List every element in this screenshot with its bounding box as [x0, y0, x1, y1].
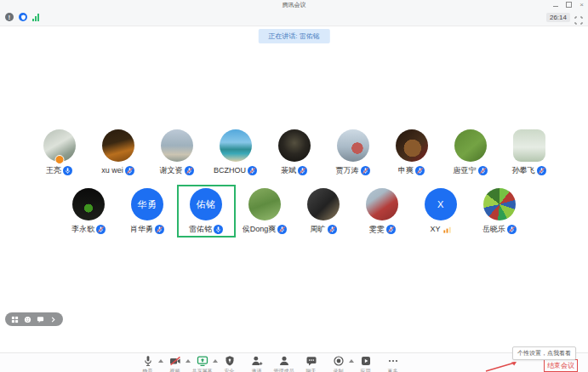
emoji-icon[interactable] [24, 316, 31, 323]
participant-tile[interactable]: 雯雯 [353, 185, 412, 238]
mic-status-icon [415, 166, 425, 175]
name-row: BCZHOU [214, 165, 257, 175]
chat-bubble-icon[interactable] [37, 316, 44, 323]
mic-status-icon [214, 225, 223, 234]
participant-grid: 王亮 xu wei 谢文资 BCZHOU [0, 126, 588, 238]
participant-tile[interactable]: 李永歌 [60, 185, 118, 238]
mic-status-icon [96, 225, 106, 234]
mic-status-icon [125, 166, 134, 175]
caret-up-icon[interactable] [349, 359, 354, 363]
mic-status-icon [155, 225, 164, 234]
name-row: 申爽 [398, 165, 425, 175]
avatar-initials: 佑铭 [197, 198, 216, 211]
participant-tile[interactable]: 裴斌 [265, 126, 323, 179]
avatar [278, 129, 311, 162]
toolbar-record-button[interactable]: 录制 [329, 355, 348, 372]
avatar [307, 188, 340, 220]
reaction-badge [54, 155, 64, 164]
participant-tile[interactable]: X XY [412, 185, 471, 238]
caret-up-icon[interactable] [213, 359, 218, 363]
participant-tile[interactable]: 华勇 肖华勇 [118, 185, 177, 238]
minimize-icon[interactable] [553, 6, 558, 7]
name-row: 王亮 [46, 165, 72, 175]
participants-row-1: 王亮 xu wei 谢文资 BCZHOU [0, 126, 588, 179]
toolbar-invite-button[interactable]: 邀请 [248, 355, 266, 372]
participant-tile[interactable]: 岳晓乐 [471, 185, 529, 238]
fullscreen-icon[interactable] [574, 13, 583, 21]
avatar [72, 188, 105, 220]
toolbar-label: 管理成员 [274, 368, 294, 372]
participant-tile[interactable]: 谢文资 [147, 126, 206, 179]
name-row: xu wei [101, 165, 134, 175]
mic-status-icon [185, 166, 194, 175]
participant-tile[interactable]: 佑铭 雷佑铭 [177, 185, 236, 238]
mic-status-icon [298, 166, 307, 175]
mic-status-icon [328, 225, 337, 234]
participant-name: 李永歌 [71, 224, 94, 235]
mic-status-icon [507, 225, 517, 234]
info-icon[interactable]: ! [5, 13, 14, 21]
end-meeting-button[interactable]: 结束会议 [544, 359, 578, 372]
toolbar-label: 视频 [170, 368, 180, 372]
close-icon[interactable]: × [579, 2, 584, 9]
meeting-window: { "window": { "title": "腾讯会议", "controls… [0, 0, 588, 372]
participant-tile[interactable]: 侯Dong爽 [236, 185, 294, 238]
timer-area: 26:14 [546, 13, 583, 22]
caret-up-icon[interactable] [186, 359, 191, 363]
network-status-icon [442, 225, 452, 234]
participant-tile[interactable]: 申爽 [382, 126, 441, 179]
avatar [337, 129, 369, 162]
toolbar-label: 应用 [361, 368, 371, 372]
status-icons: ! [5, 13, 39, 21]
mic-status-icon [478, 166, 488, 175]
security-shield-icon[interactable] [19, 13, 27, 21]
name-row: 周旷 [311, 224, 337, 234]
chevron-right-icon[interactable] [49, 316, 57, 323]
name-row: 孙攀飞 [512, 165, 546, 175]
participant-tile[interactable]: 唐亚宁 [441, 126, 500, 179]
participant-tile[interactable]: 贾万涛 [323, 126, 382, 179]
participant-tile[interactable]: 王亮 [30, 126, 88, 179]
avatar [513, 129, 545, 162]
quick-pill[interactable] [5, 312, 63, 326]
toolbar: 静音 视频 共享屏幕 安全 邀请 管理成员 聊天 录制 应用 更多 [0, 352, 588, 372]
avatar: 华勇 [131, 188, 163, 220]
toolbar-label: 共享屏幕 [192, 368, 213, 372]
toolbar-label: 录制 [334, 368, 344, 372]
name-row: 唐亚宁 [454, 165, 488, 175]
participant-name: 裴斌 [281, 165, 296, 176]
toolbar-members-button[interactable]: 管理成员 [275, 355, 294, 372]
toolbar-more-button[interactable]: 更多 [384, 355, 402, 372]
avatar [102, 129, 134, 162]
name-row: 雷佑铭 [189, 224, 223, 234]
participant-tile[interactable]: 周旷 [294, 185, 353, 238]
layout-grid-icon[interactable] [11, 316, 19, 323]
participant-name: 周旷 [311, 224, 326, 235]
invite-icon [251, 355, 263, 367]
participant-tile[interactable]: xu wei [88, 126, 147, 179]
toolbar-camera-button[interactable]: 视频 [166, 355, 185, 372]
settings-tooltip[interactable]: 个性设置，点我看看 [512, 346, 576, 360]
camera-icon [169, 355, 181, 367]
maximize-icon[interactable] [566, 2, 572, 8]
toolbar-mic-button[interactable]: 静音 [139, 355, 157, 372]
avatar [43, 129, 76, 162]
network-signal-icon[interactable] [32, 14, 39, 21]
caret-up-icon[interactable] [158, 359, 163, 363]
participant-tile[interactable]: 孙攀飞 [500, 126, 558, 179]
name-row: 肖华勇 [130, 224, 164, 234]
participant-tile[interactable]: BCZHOU [206, 126, 265, 179]
toolbar-chat-button[interactable]: 聊天 [302, 355, 321, 372]
toolbar-label: 更多 [388, 368, 398, 372]
mic-status-icon [361, 166, 370, 175]
toolbar-apps-button[interactable]: 应用 [357, 355, 375, 372]
avatar-initials: 华勇 [138, 198, 157, 211]
participant-name: 申爽 [398, 165, 414, 176]
toolbar-share-button[interactable]: 共享屏幕 [193, 355, 212, 372]
toolbar-security-button[interactable]: 安全 [220, 355, 239, 372]
name-row: 贾万涛 [336, 165, 370, 175]
name-row: 侯Dong爽 [243, 224, 288, 234]
participant-name: 谢文资 [160, 165, 183, 176]
participant-name: 贾万涛 [336, 165, 359, 176]
participant-name: 孙攀飞 [512, 165, 535, 176]
